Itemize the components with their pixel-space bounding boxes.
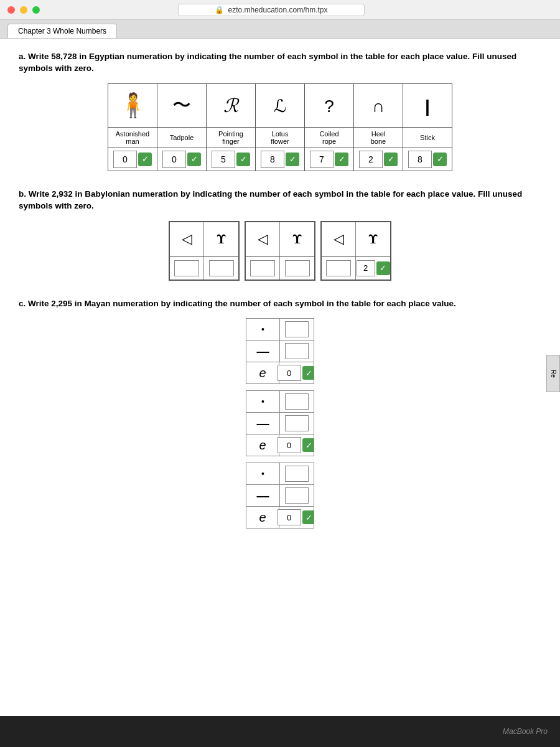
babylonian-group-3: ◁ 𝚼 ✓ bbox=[320, 221, 391, 281]
mayan-shell-check-1[interactable]: ✓ bbox=[302, 366, 315, 380]
bottom-bar: MacBook Pro bbox=[0, 716, 560, 747]
mayan-dash-input-1[interactable] bbox=[285, 343, 309, 359]
mayan-shell-symbol-2: e bbox=[246, 435, 279, 456]
mayan-shell-input-cell-1: ✓ bbox=[279, 362, 314, 383]
coiled-rope-label: Coiledrope bbox=[305, 127, 354, 148]
bab-input1-1-cell bbox=[170, 257, 204, 280]
lotus-flower-input[interactable] bbox=[261, 151, 284, 168]
mayan-dot-input-cell-2 bbox=[280, 391, 314, 412]
egyptian-table: 🧍 〜 ℛ ℒ ? ∩ bbox=[108, 83, 452, 171]
window-controls bbox=[7, 6, 40, 14]
macbook-label: MacBook Pro bbox=[503, 727, 548, 736]
mayan-group-3: • — e ✓ bbox=[246, 463, 314, 529]
babylonian-group-1: ◁ 𝚼 bbox=[169, 221, 240, 281]
mayan-shell-input-2[interactable] bbox=[278, 437, 301, 453]
mayan-dash-input-cell-1 bbox=[280, 341, 314, 362]
mayan-shell-input-1[interactable] bbox=[278, 365, 301, 381]
tadpole-input[interactable] bbox=[162, 151, 186, 168]
heel-bone-input[interactable] bbox=[359, 151, 383, 168]
mayan-dot-input-1[interactable] bbox=[285, 321, 309, 337]
bab-check-3[interactable]: ✓ bbox=[376, 261, 390, 275]
astonished-man-input-cell: ✓ bbox=[108, 148, 157, 171]
mayan-shell-check-2[interactable]: ✓ bbox=[302, 438, 315, 452]
bab-input1-3[interactable] bbox=[326, 260, 351, 276]
mayan-dot-input-2[interactable] bbox=[285, 393, 309, 410]
tadpole-check[interactable]: ✓ bbox=[187, 153, 201, 166]
problem-a: a. Write 58,728 in Egyptian numeration b… bbox=[19, 51, 541, 171]
minimize-btn[interactable] bbox=[20, 6, 27, 14]
lotus-flower-symbol: ℒ bbox=[256, 83, 305, 127]
astonished-man-input[interactable] bbox=[113, 151, 137, 168]
mayan-shell-row-1: e ✓ bbox=[246, 362, 314, 383]
stick-check[interactable]: ✓ bbox=[433, 153, 447, 166]
close-btn[interactable] bbox=[7, 6, 15, 14]
mayan-dot-input-3[interactable] bbox=[285, 466, 309, 482]
mayan-dot-row-3: • bbox=[246, 463, 314, 485]
mayan-group-1: • — e ✓ bbox=[246, 318, 314, 384]
mayan-dash-input-cell-2 bbox=[280, 413, 314, 434]
lock-icon: 🔒 bbox=[215, 6, 224, 14]
bab-input1-1[interactable] bbox=[174, 260, 199, 276]
bab-sym1-2: ◁ bbox=[246, 222, 280, 256]
mayan-shell-symbol-1: e bbox=[246, 362, 279, 383]
coiled-rope-check[interactable]: ✓ bbox=[335, 153, 348, 166]
address-bar[interactable]: 🔒 ezto.mheducation.com/hm.tpx bbox=[178, 4, 365, 16]
mayan-dash-row-2: — bbox=[246, 413, 314, 435]
bab-input2-2-cell bbox=[280, 257, 314, 280]
mayan-dot-symbol-2: • bbox=[246, 391, 280, 412]
heel-bone-input-cell: ✓ bbox=[354, 148, 403, 171]
problem-c: c. Write 2,295 in Mayan numeration by in… bbox=[19, 298, 541, 529]
symbol-row: 🧍 〜 ℛ ℒ ? ∩ bbox=[108, 83, 452, 127]
bab-input-row-3: ✓ bbox=[322, 257, 390, 280]
bab-input2-3-cell: ✓ bbox=[356, 257, 390, 280]
bab-sym2-1: 𝚼 bbox=[204, 222, 238, 256]
mayan-shell-symbol-3: e bbox=[246, 507, 279, 528]
babylonian-groups: ◁ 𝚼 ◁ 𝚼 bbox=[19, 221, 541, 281]
pointing-finger-symbol: ℛ bbox=[207, 83, 256, 127]
mayan-dash-input-2[interactable] bbox=[285, 415, 309, 431]
heel-bone-check[interactable]: ✓ bbox=[384, 153, 398, 166]
mayan-shell-check-3[interactable]: ✓ bbox=[302, 510, 315, 524]
main-content: a. Write 58,728 in Egyptian numeration b… bbox=[0, 39, 560, 716]
lotus-flower-input-cell: ✓ bbox=[256, 148, 305, 171]
mayan-dot-symbol-3: • bbox=[246, 463, 280, 484]
tab-bar: Chapter 3 Whole Numbers bbox=[0, 20, 560, 39]
re-button[interactable]: Re bbox=[546, 355, 560, 392]
mayan-dash-symbol-1: — bbox=[246, 341, 280, 362]
coiled-rope-input[interactable] bbox=[310, 151, 334, 168]
bab-input-row-1 bbox=[170, 257, 238, 280]
lotus-flower-label: Lotusflower bbox=[256, 127, 305, 148]
label-row: Astonishedman Tadpole Pointingfinger Lot… bbox=[108, 127, 452, 148]
bab-symbol-row-2: ◁ 𝚼 bbox=[246, 222, 314, 257]
bab-input1-2[interactable] bbox=[250, 260, 275, 276]
mayan-dash-symbol-2: — bbox=[246, 413, 280, 434]
mayan-shell-input-3[interactable] bbox=[278, 509, 301, 525]
babylonian-group-2: ◁ 𝚼 bbox=[245, 221, 315, 281]
heel-bone-label: Heelbone bbox=[354, 127, 403, 148]
astonished-man-label: Astonishedman bbox=[108, 127, 157, 148]
stick-input-cell: ✓ bbox=[403, 148, 452, 171]
bab-input2-1[interactable] bbox=[209, 260, 234, 276]
tab-chapter3[interactable]: Chapter 3 Whole Numbers bbox=[7, 24, 117, 38]
pointing-finger-check[interactable]: ✓ bbox=[236, 153, 250, 166]
bab-input2-2[interactable] bbox=[285, 260, 310, 276]
lotus-flower-check[interactable]: ✓ bbox=[286, 153, 299, 166]
mayan-dash-input-3[interactable] bbox=[285, 487, 309, 504]
pointing-finger-label: Pointingfinger bbox=[207, 127, 256, 148]
bab-input2-3[interactable] bbox=[357, 260, 375, 276]
coiled-rope-input-cell: ✓ bbox=[305, 148, 354, 171]
mayan-shell-row-3: e ✓ bbox=[246, 507, 314, 528]
tadpole-input-cell: ✓ bbox=[157, 148, 207, 171]
stick-label: Stick bbox=[403, 127, 452, 148]
input-row: ✓ ✓ ✓ bbox=[108, 148, 452, 171]
mayan-dash-row-3: — bbox=[246, 485, 314, 507]
maximize-btn[interactable] bbox=[32, 6, 40, 14]
bab-symbol-row-3: ◁ 𝚼 bbox=[322, 222, 390, 257]
astonished-man-check[interactable]: ✓ bbox=[138, 153, 152, 166]
pointing-finger-input[interactable] bbox=[212, 151, 235, 168]
mayan-shell-input-cell-3: ✓ bbox=[279, 507, 314, 528]
mayan-dot-row-1: • bbox=[246, 319, 314, 341]
stick-input[interactable] bbox=[408, 151, 432, 168]
problem-b-title: b. Write 2,932 in Babylonian numeration … bbox=[19, 189, 541, 212]
problem-c-title: c. Write 2,295 in Mayan numeration by in… bbox=[19, 298, 541, 310]
